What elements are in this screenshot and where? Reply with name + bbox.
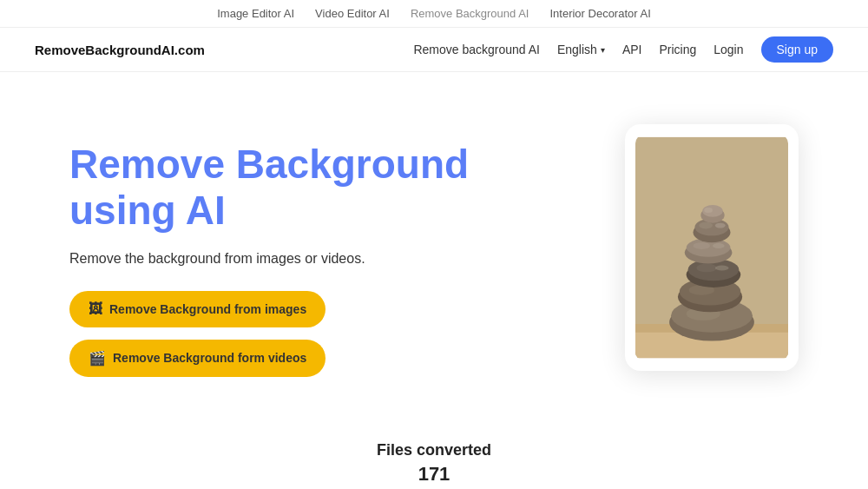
top-nav: Image Editor AI Video Editor AI Remove B… bbox=[0, 0, 868, 28]
svg-point-22 bbox=[715, 223, 726, 228]
login-button[interactable]: Login bbox=[713, 43, 743, 56]
site-logo: RemoveBackgroundAI.com bbox=[35, 43, 205, 57]
hero-subtitle: Remove the background from images or vid… bbox=[69, 251, 556, 267]
language-selector[interactable]: English ▾ bbox=[557, 43, 605, 56]
hero-image-card bbox=[625, 124, 799, 371]
topnav-interior-decorator[interactable]: Interior Decorator AI bbox=[549, 7, 650, 20]
main-nav: RemoveBackgroundAI.com Remove background… bbox=[0, 28, 868, 72]
svg-point-24 bbox=[715, 266, 729, 271]
svg-point-23 bbox=[713, 243, 725, 248]
svg-point-12 bbox=[696, 264, 716, 273]
topnav-image-editor[interactable]: Image Editor AI bbox=[217, 7, 294, 20]
image-icon: 🖼 bbox=[89, 301, 102, 317]
video-icon: 🎬 bbox=[89, 350, 106, 367]
chevron-down-icon: ▾ bbox=[601, 45, 605, 55]
svg-point-18 bbox=[699, 222, 713, 229]
topnav-remove-bg[interactable]: Remove Background AI bbox=[411, 7, 529, 20]
svg-point-21 bbox=[704, 208, 713, 213]
nav-pricing-link[interactable]: Pricing bbox=[659, 43, 696, 56]
hero-section: Remove Background using AI Remove the ba… bbox=[0, 72, 868, 424]
nav-remove-bg-link[interactable]: Remove background AI bbox=[413, 43, 540, 56]
topnav-video-editor[interactable]: Video Editor AI bbox=[315, 7, 390, 20]
hero-title: Remove Background using AI bbox=[69, 142, 556, 234]
files-converted-section: Files converted 171 bbox=[0, 424, 868, 489]
main-nav-links: Remove background AI English ▾ API Prici… bbox=[413, 36, 833, 63]
stones-image bbox=[635, 135, 788, 360]
nav-api-link[interactable]: API bbox=[622, 43, 642, 56]
files-converted-label: Files converted bbox=[0, 441, 868, 459]
remove-bg-videos-label: Remove Background form videos bbox=[113, 351, 306, 365]
hero-text-area: Remove Background using AI Remove the ba… bbox=[69, 124, 556, 389]
remove-bg-videos-button[interactable]: 🎬 Remove Background form videos bbox=[69, 340, 326, 377]
remove-bg-images-button[interactable]: 🖼 Remove Background from images bbox=[69, 291, 326, 327]
language-label: English bbox=[557, 43, 597, 56]
signup-button[interactable]: Sign up bbox=[761, 36, 833, 63]
files-converted-count: 171 bbox=[0, 463, 868, 486]
remove-bg-images-label: Remove Background from images bbox=[109, 302, 306, 316]
svg-point-15 bbox=[693, 242, 710, 249]
